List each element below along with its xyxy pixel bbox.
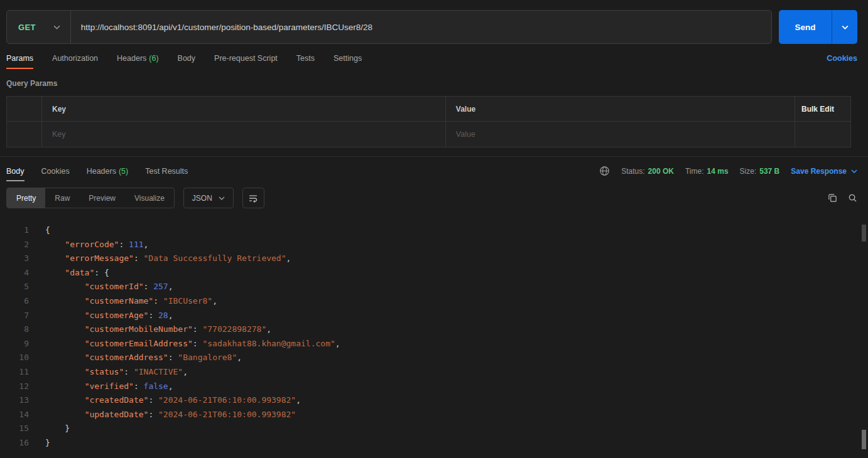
response-tab-cookies[interactable]: Cookies <box>41 157 70 185</box>
scrollbar-thumb-bottom[interactable] <box>862 430 866 449</box>
scrollbar-thumb[interactable] <box>862 225 866 242</box>
code-token: { <box>45 225 50 235</box>
url-input[interactable] <box>71 11 771 43</box>
response-tabs-row: Body Cookies Headers (5) Test Results S <box>0 157 868 185</box>
line-number: 7 <box>0 309 29 323</box>
code-token: "verified" <box>85 381 134 391</box>
send-dropdown-button[interactable] <box>832 10 857 44</box>
param-key-cell <box>42 122 446 147</box>
code-token: : { <box>94 268 109 277</box>
tab-tests[interactable]: Tests <box>296 44 315 73</box>
code-token: , <box>168 282 173 291</box>
code-line: "data": { <box>45 266 340 280</box>
code-line: { <box>45 223 340 238</box>
copy-button[interactable] <box>828 193 837 203</box>
code-token: : <box>193 324 203 334</box>
code-token: "errorCode" <box>65 240 119 249</box>
method-selector[interactable]: GET <box>7 11 70 43</box>
code-token: : <box>119 240 129 249</box>
response-headers-count-badge: (5) <box>119 167 128 176</box>
code-token: , <box>168 311 173 320</box>
column-header-key: Key <box>42 97 446 121</box>
code-line: "createdDate": "2024-06-21T06:10:00.9939… <box>45 393 340 408</box>
tab-label: Test Results <box>145 167 188 176</box>
code-token: : <box>134 381 144 391</box>
code-line: "customerName": "IBCUser8", <box>45 294 340 309</box>
view-mode-pretty[interactable]: Pretty <box>7 188 45 208</box>
view-mode-visualize[interactable]: Visualize <box>125 188 174 208</box>
query-params-title: Query Params <box>0 73 868 88</box>
view-mode-raw[interactable]: Raw <box>45 188 79 208</box>
line-number: 9 <box>0 337 29 351</box>
response-tab-headers[interactable]: Headers (5) <box>87 157 129 185</box>
time-value: 14 ms <box>707 167 729 176</box>
time-label: Time: <box>685 167 704 176</box>
code-token: "status" <box>85 367 124 376</box>
request-tabs: Params Authorization Headers (6) Body Pr… <box>0 44 868 73</box>
tab-body[interactable]: Body <box>178 44 196 73</box>
url-container: GET <box>6 10 772 44</box>
viewer-toolbar: Pretty Raw Preview Visualize JSON <box>0 185 868 215</box>
code-token: "Bangalore8" <box>178 353 237 362</box>
code-token: : <box>134 253 144 263</box>
line-number: 13 <box>0 393 29 408</box>
code-token: , <box>183 367 188 376</box>
status-label: Status: <box>621 167 644 176</box>
tab-settings[interactable]: Settings <box>334 44 362 73</box>
response-tab-body[interactable]: Body <box>6 157 24 185</box>
tab-label: Body <box>6 167 24 176</box>
line-number: 6 <box>0 294 29 309</box>
tab-headers[interactable]: Headers (6) <box>117 44 159 73</box>
code-token: } <box>45 438 50 447</box>
param-key-input[interactable] <box>52 130 435 139</box>
line-number: 2 <box>0 238 29 252</box>
code-token: , <box>168 381 173 391</box>
code-token: , <box>212 296 217 306</box>
chevron-down-icon <box>53 25 60 29</box>
column-header-value: Value <box>446 97 795 121</box>
code-line: "errorMessage": "Data Successfully Retri… <box>45 252 340 266</box>
code-token: "data" <box>65 268 94 277</box>
tab-pre-request-script[interactable]: Pre-request Script <box>214 44 278 73</box>
code-token: "customerEmailAddress" <box>85 339 193 348</box>
code-line: } <box>45 436 340 450</box>
code-token: 28 <box>158 311 168 320</box>
param-value-input[interactable] <box>456 130 784 139</box>
code-token: : <box>124 367 134 376</box>
view-mode-group: Pretty Raw Preview Visualize <box>6 188 175 208</box>
response-tab-test-results[interactable]: Test Results <box>145 157 188 185</box>
param-value-cell <box>446 122 795 147</box>
wrap-text-button[interactable] <box>242 188 264 208</box>
response-section: Body Cookies Headers (5) Test Results S <box>0 156 868 450</box>
line-number: 4 <box>0 266 29 280</box>
tab-params[interactable]: Params <box>6 44 33 73</box>
row-handle-cell <box>7 122 42 147</box>
code-line: "status": "INACTIVE", <box>45 365 340 380</box>
response-body-viewer: 12345678910111213141516 { "errorCode": 1… <box>0 215 868 450</box>
status-value: 200 OK <box>648 167 674 176</box>
code-token: 111 <box>129 240 143 249</box>
code-line: "customerMobileNumber": "77022898278", <box>45 322 340 337</box>
code-token: "sadakhat88.khan@gmail.com" <box>202 339 335 348</box>
tab-label: Headers <box>117 54 146 63</box>
code-token: false <box>144 381 168 391</box>
response-meta: Status: 200 OK Time: 14 ms Size: 537 B S… <box>599 157 857 185</box>
code-token: , <box>237 353 242 362</box>
method-label: GET <box>18 23 36 32</box>
code-token: "customerAge" <box>85 311 149 320</box>
tab-authorization[interactable]: Authorization <box>52 44 98 73</box>
format-select[interactable]: JSON <box>183 188 234 208</box>
tab-label: Cookies <box>41 167 70 176</box>
code-token: : <box>193 339 203 348</box>
save-response-button[interactable]: Save Response <box>791 167 857 176</box>
chevron-down-icon <box>219 196 225 200</box>
cookies-link[interactable]: Cookies <box>827 54 857 63</box>
search-button[interactable] <box>848 193 857 203</box>
code-token: 257 <box>153 282 168 291</box>
view-mode-preview[interactable]: Preview <box>79 188 125 208</box>
code-token: : <box>153 296 163 306</box>
line-number: 16 <box>0 436 29 450</box>
send-button[interactable]: Send <box>779 10 832 44</box>
bulk-edit-button[interactable]: Bulk Edit <box>801 105 834 114</box>
code-token: "errorMessage" <box>65 253 134 263</box>
